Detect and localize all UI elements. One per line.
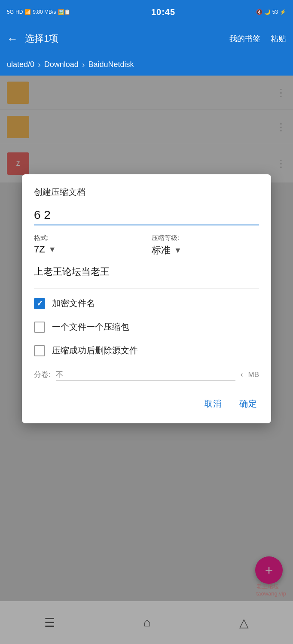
delete-source-row: 压缩成功后删除源文件 bbox=[34, 345, 259, 356]
speed-text: 9.80 MB/s bbox=[33, 9, 56, 15]
status-bar: 5G HD 📶 9.80 MB/s 🖼️📋 10:45 🔇 🌙 53 ⚡ bbox=[0, 0, 293, 24]
confirm-button[interactable]: 确定 bbox=[238, 395, 259, 413]
encrypt-filename-row: ✓ 加密文件名 bbox=[34, 298, 259, 309]
app-bar-actions: 我的书签 粘贴 bbox=[229, 33, 286, 44]
split-arrow-icon[interactable]: ‹ bbox=[241, 370, 243, 379]
signal-icon: 5G bbox=[7, 9, 14, 15]
dialog-title: 创建压缩文档 bbox=[34, 186, 259, 198]
mute-icon: 🔇 bbox=[256, 9, 262, 15]
one-file-per-archive-checkbox[interactable] bbox=[34, 322, 45, 333]
split-input[interactable] bbox=[56, 368, 235, 381]
app-bar: ← 选择1项 我的书签 粘贴 bbox=[0, 24, 293, 53]
breadcrumb: ulated/0 › Download › BaiduNetdisk bbox=[0, 53, 293, 76]
hd-badge: HD bbox=[15, 9, 23, 15]
extra-icons: 🖼️📋 bbox=[58, 9, 70, 15]
breadcrumb-path1[interactable]: ulated/0 bbox=[7, 60, 34, 69]
back-button[interactable]: ← bbox=[7, 32, 18, 46]
password-text: 上老王论坛当老王 bbox=[34, 265, 259, 282]
format-field: 格式: 7Z ▼ bbox=[34, 234, 141, 255]
encrypt-filename-label: 加密文件名 bbox=[52, 298, 95, 309]
level-value: 标准 bbox=[152, 244, 171, 257]
moon-icon: 🌙 bbox=[264, 9, 271, 15]
one-file-per-archive-row: 一个文件一个压缩包 bbox=[34, 321, 259, 333]
bookmark-button[interactable]: 我的书签 bbox=[229, 33, 260, 44]
split-unit: MB bbox=[248, 371, 259, 379]
dialog-overlay: 创建压缩文档 格式: 7Z ▼ 压缩等级: 标准 ▼ bbox=[0, 76, 293, 644]
format-level-row: 格式: 7Z ▼ 压缩等级: 标准 ▼ bbox=[34, 234, 259, 257]
battery-icon: ⚡ bbox=[280, 9, 286, 15]
level-field: 压缩等级: 标准 ▼ bbox=[152, 234, 259, 257]
delete-source-label: 压缩成功后删除源文件 bbox=[52, 345, 138, 356]
paste-button[interactable]: 粘贴 bbox=[271, 33, 286, 44]
breadcrumb-path2[interactable]: Download bbox=[44, 60, 79, 69]
format-value: 7Z bbox=[34, 244, 45, 255]
wifi-icon: 📶 bbox=[24, 9, 31, 15]
cancel-button[interactable]: 取消 bbox=[202, 395, 224, 413]
create-archive-dialog: 创建压缩文档 格式: 7Z ▼ 压缩等级: 标准 ▼ bbox=[22, 174, 271, 423]
level-label: 压缩等级: bbox=[152, 234, 259, 242]
battery-text: 53 bbox=[272, 9, 278, 15]
status-right: 🔇 🌙 53 ⚡ bbox=[256, 9, 286, 15]
breadcrumb-sep2: › bbox=[82, 60, 85, 70]
level-dropdown-icon: ▼ bbox=[174, 246, 182, 255]
filename-input[interactable] bbox=[34, 208, 259, 225]
one-file-per-archive-label: 一个文件一个压缩包 bbox=[52, 321, 129, 333]
format-select[interactable]: 7Z ▼ bbox=[34, 244, 141, 255]
format-dropdown-icon: ▼ bbox=[49, 245, 56, 254]
split-volume-row: 分卷: ‹ MB bbox=[34, 368, 259, 381]
status-left: 5G HD 📶 9.80 MB/s 🖼️📋 bbox=[7, 9, 70, 15]
breadcrumb-path3[interactable]: BaiduNetdisk bbox=[88, 60, 134, 69]
divider bbox=[34, 289, 259, 289]
encrypt-filename-checkbox[interactable]: ✓ bbox=[34, 298, 45, 309]
delete-source-checkbox[interactable] bbox=[34, 345, 45, 356]
breadcrumb-sep1: › bbox=[38, 60, 41, 70]
background-content: ⋮ ⋮ Z ⋮ 创建压缩文档 格式: 7Z ▼ bbox=[0, 76, 293, 644]
checkmark-icon: ✓ bbox=[37, 300, 43, 307]
split-label: 分卷: bbox=[34, 370, 51, 380]
clock: 10:45 bbox=[151, 7, 175, 17]
level-select[interactable]: 标准 ▼ bbox=[152, 244, 259, 257]
format-label: 格式: bbox=[34, 234, 141, 242]
dialog-buttons: 取消 确定 bbox=[34, 395, 259, 413]
app-bar-title: 选择1项 bbox=[25, 32, 223, 45]
